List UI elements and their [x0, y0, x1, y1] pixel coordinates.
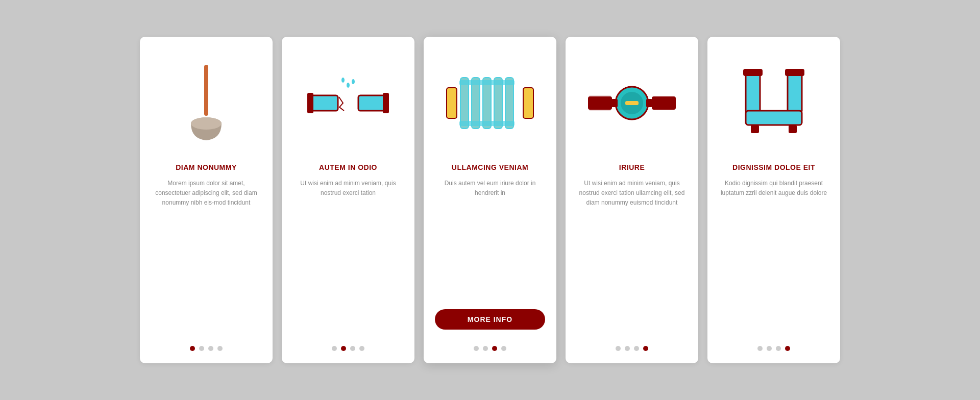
svg-rect-28	[788, 72, 802, 113]
dot	[217, 346, 223, 351]
dot-active	[492, 346, 497, 351]
svg-rect-0	[204, 65, 208, 116]
broken-pipe-icon	[293, 52, 403, 154]
radiator-icon	[435, 52, 545, 154]
more-info-button[interactable]: MORE INFO	[435, 309, 545, 330]
u-pipe-icon	[719, 52, 829, 154]
svg-rect-21	[652, 97, 675, 109]
svg-rect-3	[310, 95, 338, 111]
card-4-dots	[616, 346, 648, 351]
card-4-title: IRIURE	[619, 163, 645, 171]
card-5-title: DIGNISSIM DOLOE EIT	[732, 163, 815, 171]
dot-active	[643, 346, 648, 351]
svg-rect-29	[746, 111, 802, 125]
dot	[634, 346, 639, 351]
dot-active	[341, 346, 346, 351]
dot	[474, 346, 479, 351]
svg-point-9	[352, 79, 355, 84]
card-5: DIGNISSIM DOLOE EIT Kodio dignissim qui …	[707, 37, 840, 363]
dot-active	[190, 346, 195, 351]
card-3-title: ULLAMCING VENIAM	[452, 163, 528, 171]
svg-rect-32	[751, 125, 759, 133]
card-4-text: Ut wisi enim ad minim veniam, quis nostr…	[577, 179, 687, 338]
svg-rect-33	[789, 125, 797, 133]
svg-point-7	[347, 83, 350, 88]
svg-rect-5	[307, 93, 313, 113]
pipe-valve-icon	[577, 52, 687, 154]
dot	[359, 346, 364, 351]
card-3: ULLAMCING VENIAM Duis autem vel eum iriu…	[424, 37, 556, 363]
svg-point-2	[191, 117, 222, 130]
dot	[483, 346, 488, 351]
card-2: AUTEM IN ODIO Ut wisi enim ad minim veni…	[282, 37, 414, 363]
plunger-icon	[151, 52, 261, 154]
svg-rect-25	[611, 99, 618, 107]
svg-rect-26	[646, 99, 652, 107]
card-5-dots	[757, 346, 790, 351]
dot	[757, 346, 763, 351]
card-1-title: DIAM NONUMMY	[176, 163, 237, 171]
svg-rect-30	[743, 69, 763, 76]
card-4: IRIURE Ut wisi enim ad minim veniam, qui…	[566, 37, 698, 363]
card-2-title: AUTEM IN ODIO	[319, 163, 377, 171]
svg-rect-16	[459, 80, 514, 85]
cards-container: DIAM NONUMMY Morem ipsum dolor sit amet,…	[109, 16, 871, 384]
card-1-text: Morem ipsum dolor sit amet, consectetuer…	[151, 179, 261, 338]
card-3-text: Duis autem vel eum iriure dolor in hendr…	[435, 179, 545, 301]
dot	[332, 346, 337, 351]
card-2-dots	[332, 346, 364, 351]
dot	[350, 346, 355, 351]
dot	[501, 346, 506, 351]
svg-rect-6	[383, 93, 389, 113]
dot	[625, 346, 630, 351]
dot	[776, 346, 781, 351]
svg-rect-4	[358, 95, 386, 111]
svg-rect-17	[459, 121, 514, 126]
svg-point-8	[341, 78, 345, 83]
svg-rect-24	[625, 101, 639, 105]
dot	[616, 346, 621, 351]
svg-rect-10	[447, 88, 457, 118]
card-3-dots	[474, 346, 506, 351]
svg-rect-31	[785, 69, 804, 76]
svg-rect-27	[746, 72, 760, 113]
svg-rect-18	[523, 88, 533, 118]
svg-rect-20	[589, 97, 611, 109]
dot-active	[785, 346, 790, 351]
card-2-text: Ut wisi enim ad minim veniam, quis nostr…	[293, 179, 403, 338]
dot	[208, 346, 213, 351]
card-1: DIAM NONUMMY Morem ipsum dolor sit amet,…	[140, 37, 273, 363]
card-5-text: Kodio dignissim qui blandit praesent lup…	[719, 179, 829, 338]
dot	[767, 346, 772, 351]
dot	[199, 346, 204, 351]
card-1-dots	[190, 346, 223, 351]
